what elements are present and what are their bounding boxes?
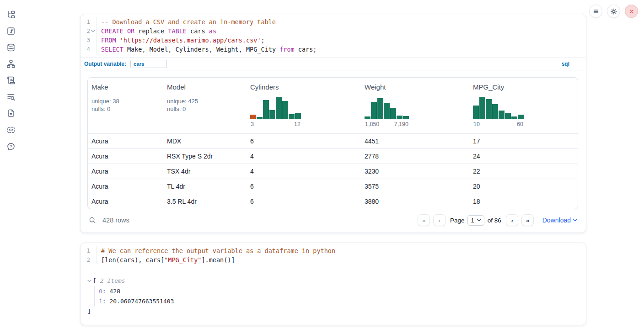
column-histogram: 312: [250, 97, 301, 127]
file-explorer-icon[interactable]: [6, 10, 16, 19]
fold-chevron-icon[interactable]: [87, 280, 91, 282]
last-page-button[interactable]: »: [521, 214, 534, 226]
menu-button[interactable]: [589, 5, 602, 18]
table-row[interactable]: AcuraTSX 4dr4323022: [88, 164, 578, 179]
table-row[interactable]: AcuraMDX6445117: [88, 133, 578, 148]
table-cell: 4: [247, 168, 361, 175]
sql-cell: 1-- Download a CSV and create an in-memo…: [80, 14, 586, 233]
table-row[interactable]: AcuraTL 4dr6357520: [88, 179, 578, 194]
histogram-bar: [511, 116, 517, 119]
tree-entry-key: 1: [99, 298, 102, 305]
sql-code-editor[interactable]: 1-- Download a CSV and create an in-memo…: [80, 14, 586, 57]
language-badge: sql: [562, 61, 569, 67]
logs-icon[interactable]: [6, 92, 16, 101]
table-row[interactable]: AcuraRSX Type S 2dr4277824: [88, 148, 578, 164]
histogram-bar: [289, 114, 295, 119]
marimo-notebook: f: [0, 0, 644, 333]
first-page-button[interactable]: «: [418, 214, 430, 226]
code-token: "MPG_City": [164, 256, 201, 264]
table-row[interactable]: Acura3.5 RL 4dr6388018: [88, 194, 578, 209]
line-number: 1: [80, 246, 90, 255]
histogram-bar: [499, 111, 504, 119]
tree-entry: 1: 20.060747663551403: [99, 296, 586, 307]
line-number: 1: [80, 17, 90, 26]
documentation-icon[interactable]: [6, 109, 16, 118]
sql-output-section: Makeunique: 38nulls: 0Modelunique: 425nu…: [80, 70, 586, 233]
table-footer: 428 rows « ‹ Page 1 of 86 › »: [87, 209, 578, 231]
code-token: cars: [187, 27, 209, 35]
histogram-bars: [365, 97, 409, 119]
histogram-bar: [486, 99, 492, 119]
tree-entry-key: 0: [99, 288, 102, 295]
table-cell: 3575: [361, 183, 469, 190]
line-number: 2: [80, 255, 90, 264]
code-text: SELECT Make, Model, Cylinders, Weight, M…: [97, 45, 586, 54]
column-header-weight[interactable]: Weight1,8507,190: [361, 78, 469, 133]
histogram-labels: 1060: [473, 121, 524, 127]
snippets-icon[interactable]: [6, 125, 16, 134]
table-cell: Acura: [88, 198, 163, 205]
histogram-labels: 312: [250, 121, 301, 127]
histogram-bar: [365, 116, 370, 119]
next-page-button[interactable]: ›: [506, 214, 518, 226]
page-select[interactable]: 1: [467, 215, 484, 226]
column-name: Make: [91, 83, 160, 91]
column-header-model[interactable]: Modelunique: 425nulls: 0: [163, 78, 247, 133]
code-token: from: [279, 46, 295, 53]
column-header-cylinders[interactable]: Cylinders312: [247, 78, 361, 133]
scratchpad-icon[interactable]: [6, 76, 16, 85]
left-sidebar: f: [0, 0, 22, 151]
histogram-bar: [492, 104, 498, 119]
output-variable-row: Output variable: cars sql: [80, 57, 586, 70]
output-variable-input[interactable]: cars: [130, 60, 167, 68]
code-token: [len(cars), cars[: [101, 256, 164, 264]
histogram-bars: [250, 97, 301, 119]
shutdown-button[interactable]: [625, 5, 638, 18]
help-icon[interactable]: ?: [6, 142, 16, 151]
code-token: # We can reference the output variable a…: [101, 247, 335, 254]
topbar-controls: [589, 5, 638, 18]
histogram-bar: [269, 110, 275, 119]
histogram-bar: [390, 108, 396, 119]
code-token: OR: [127, 27, 134, 35]
histogram-bar: [257, 117, 263, 119]
hamburger-menu-icon: [592, 7, 600, 16]
notebook-cells: 1-- Download a CSV and create an in-memo…: [80, 14, 586, 325]
code-token: -- Download a CSV and create an in-memor…: [101, 18, 276, 26]
page-label: Page: [450, 217, 465, 224]
code-token: Make, Model, Cylinders, Weight, MPG_City: [123, 46, 279, 53]
column-name: MPG_City: [473, 83, 574, 91]
variables-icon[interactable]: f: [6, 26, 16, 36]
tree-collapse-toggle[interactable]: [2 Items: [87, 276, 586, 286]
histogram-bars: [473, 97, 524, 119]
table-cell: 3880: [361, 198, 469, 205]
fold-column: [90, 36, 96, 45]
fold-column: [90, 17, 96, 26]
column-header-mpg_city[interactable]: MPG_City1060: [469, 78, 578, 133]
column-histogram: 1060: [473, 97, 524, 127]
histogram-bar: [371, 102, 377, 119]
python-output-tree: [2 Items0: 4281: 20.060747663551403]: [80, 268, 586, 325]
svg-text:f: f: [10, 28, 14, 34]
table-cell: 18: [469, 198, 578, 205]
search-icon[interactable]: [88, 216, 97, 224]
histogram-min-label: 3: [251, 121, 254, 127]
tree-close-bracket: ]: [87, 307, 586, 317]
histogram-min-label: 10: [473, 121, 480, 127]
page-select-value: 1: [471, 217, 474, 224]
table-header: Makeunique: 38nulls: 0Modelunique: 425nu…: [88, 78, 578, 133]
code-token: as: [209, 27, 216, 35]
prev-page-button[interactable]: ‹: [433, 214, 445, 226]
settings-button[interactable]: [607, 5, 620, 18]
dependency-graph-icon[interactable]: [6, 59, 16, 69]
fold-chevron-icon[interactable]: [91, 30, 95, 32]
fold-column: [90, 26, 96, 36]
histogram-max-label: 7,190: [394, 121, 408, 127]
download-button[interactable]: Download: [542, 217, 577, 224]
table-cell: Acura: [88, 137, 163, 145]
datasources-icon[interactable]: [6, 43, 16, 52]
data-table: Makeunique: 38nulls: 0Modelunique: 425nu…: [87, 77, 578, 209]
column-header-make[interactable]: Makeunique: 38nulls: 0: [88, 78, 163, 133]
code-text: CREATE OR replace TABLE cars as: [97, 26, 586, 36]
python-code-editor[interactable]: 1# We can reference the output variable …: [80, 243, 586, 268]
